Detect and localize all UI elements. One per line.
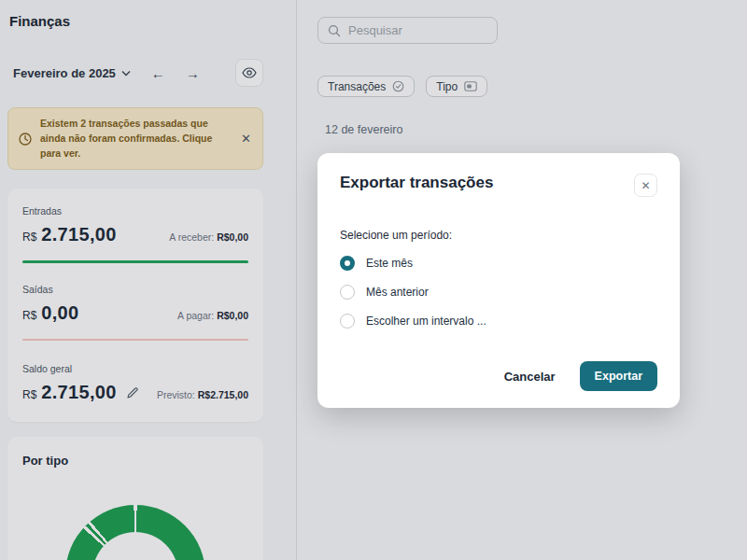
finance-app: Finanças Fevereiro de 2025 ← → Existem 2… — [0, 0, 747, 560]
radio-button[interactable] — [340, 285, 355, 300]
radio-option-intervalo[interactable]: Escolher um intervalo ... — [340, 314, 657, 329]
period-select-label: Selecione um período: — [340, 229, 657, 242]
radio-option-mes-anterior[interactable]: Mês anterior — [340, 285, 657, 300]
cancel-button[interactable]: Cancelar — [504, 370, 556, 384]
radio-button[interactable] — [340, 314, 355, 329]
export-transactions-modal: Exportar transações ✕ Selecione um perío… — [317, 153, 680, 408]
radio-label: Mês anterior — [366, 286, 429, 299]
close-icon: ✕ — [641, 179, 650, 192]
radio-label: Este mês — [366, 257, 413, 270]
modal-title: Exportar transações — [340, 174, 493, 192]
radio-label: Escolher um intervalo ... — [366, 315, 486, 328]
modal-close-button[interactable]: ✕ — [634, 174, 657, 197]
radio-option-este-mes[interactable]: Este mês — [340, 256, 657, 271]
radio-button[interactable] — [340, 256, 355, 271]
export-button[interactable]: Exportar — [580, 361, 657, 391]
